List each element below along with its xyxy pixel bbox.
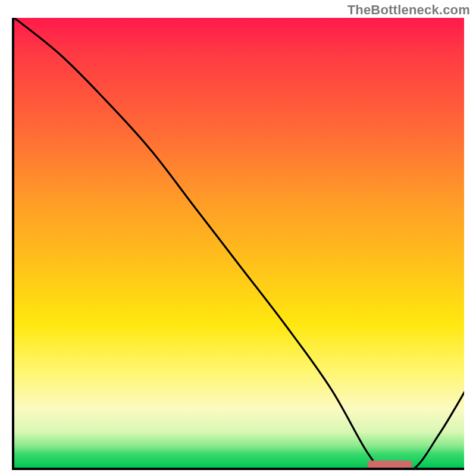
heat-gradient bbox=[14, 18, 464, 468]
plot-area bbox=[12, 18, 464, 470]
plot bbox=[12, 18, 464, 470]
optimal-range-marker bbox=[367, 461, 412, 468]
chart-container: TheBottleneck.com bbox=[0, 0, 476, 476]
attribution-text: TheBottleneck.com bbox=[347, 2, 470, 18]
